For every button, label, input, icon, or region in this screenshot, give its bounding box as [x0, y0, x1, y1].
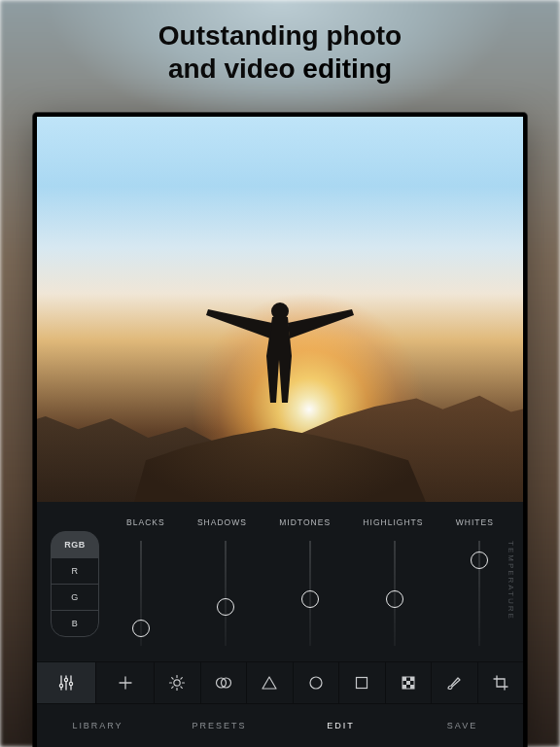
- photo-subject-silhouette: [202, 294, 358, 430]
- slider-knob[interactable]: [471, 551, 488, 569]
- svg-rect-22: [357, 678, 368, 689]
- channel-tab-rgb[interactable]: RGB: [51, 531, 99, 558]
- checker-icon: [401, 675, 416, 691]
- label-midtones: MIDTONES: [279, 517, 331, 527]
- tool-frame[interactable]: [338, 662, 385, 703]
- tool-levels[interactable]: [37, 662, 95, 703]
- levels-icon: [57, 674, 75, 692]
- photo-preview[interactable]: [37, 117, 523, 502]
- slider-knob[interactable]: [132, 620, 150, 637]
- tablet-frame: RGB R G B BLACKS SHADOWS MIDTONES HIGHLI…: [33, 113, 527, 747]
- headline-line2-prefix: and video: [168, 53, 302, 84]
- plus-icon: [118, 675, 133, 691]
- tab-library[interactable]: LIBRARY: [37, 704, 158, 747]
- triangle-icon: [261, 675, 278, 691]
- marketing-headline: Outstanding photo and video editing: [0, 19, 560, 85]
- svg-rect-24: [410, 677, 414, 681]
- tab-edit[interactable]: EDIT: [280, 704, 402, 747]
- svg-point-9: [174, 680, 180, 686]
- slider-knob[interactable]: [217, 598, 234, 616]
- slider-shadows[interactable]: [211, 535, 240, 652]
- tool-vignette[interactable]: [293, 662, 339, 703]
- slider-whites[interactable]: [465, 535, 494, 652]
- tone-labels-row: BLACKS SHADOWS MIDTONES HIGHLIGHTS WHITE…: [126, 517, 494, 527]
- tool-brush[interactable]: [431, 662, 477, 703]
- svg-point-6: [69, 682, 72, 685]
- tool-light[interactable]: [154, 662, 200, 703]
- channel-tab-group: RGB R G B: [51, 531, 99, 637]
- label-blacks: BLACKS: [126, 517, 165, 527]
- tool-color[interactable]: [200, 662, 247, 703]
- tool-add[interactable]: [95, 662, 154, 703]
- svg-rect-26: [402, 685, 406, 689]
- slider-knob[interactable]: [301, 590, 319, 608]
- svg-point-5: [64, 678, 67, 681]
- square-icon: [354, 675, 369, 691]
- bottom-tab-bar: LIBRARY PRESETS EDIT SAVE: [37, 704, 523, 747]
- tab-presets[interactable]: PRESETS: [158, 704, 280, 747]
- tool-row: [37, 661, 523, 704]
- svg-line-14: [172, 678, 173, 679]
- channel-tab-g[interactable]: G: [51, 584, 99, 611]
- svg-line-15: [181, 687, 182, 688]
- svg-marker-20: [262, 677, 276, 689]
- channel-tab-r[interactable]: R: [51, 557, 99, 585]
- tone-sliders: [126, 535, 494, 652]
- tool-grain[interactable]: [385, 662, 432, 703]
- svg-line-16: [181, 678, 182, 679]
- headline-line1: Outstanding photo: [158, 20, 402, 51]
- svg-rect-25: [406, 681, 410, 685]
- svg-line-17: [172, 687, 173, 688]
- sun-icon: [168, 674, 186, 692]
- channel-tab-b[interactable]: B: [51, 610, 99, 637]
- slider-midtones[interactable]: [296, 535, 325, 652]
- overlap-circles-icon: [214, 675, 233, 691]
- svg-rect-23: [402, 677, 406, 681]
- crop-icon: [492, 674, 509, 692]
- tool-crop[interactable]: [477, 662, 524, 703]
- tab-save[interactable]: SAVE: [402, 704, 523, 747]
- edit-panel: RGB R G B BLACKS SHADOWS MIDTONES HIGHLI…: [37, 502, 523, 747]
- svg-point-4: [59, 684, 62, 687]
- svg-rect-27: [410, 685, 414, 689]
- brush-icon: [445, 674, 463, 692]
- slider-knob[interactable]: [386, 590, 403, 608]
- app-screen: RGB R G B BLACKS SHADOWS MIDTONES HIGHLI…: [37, 117, 523, 747]
- label-whites: WHITES: [456, 517, 494, 527]
- circle-icon: [308, 675, 324, 691]
- side-label-temperature: TEMPERATURE: [507, 541, 515, 621]
- slider-highlights[interactable]: [380, 535, 409, 652]
- svg-point-21: [310, 677, 322, 689]
- label-highlights: HIGHLIGHTS: [363, 517, 423, 527]
- tool-sharpen[interactable]: [246, 662, 293, 703]
- slider-blacks[interactable]: [126, 535, 156, 652]
- headline-highlight: editing: [302, 53, 392, 84]
- label-shadows: SHADOWS: [197, 517, 247, 527]
